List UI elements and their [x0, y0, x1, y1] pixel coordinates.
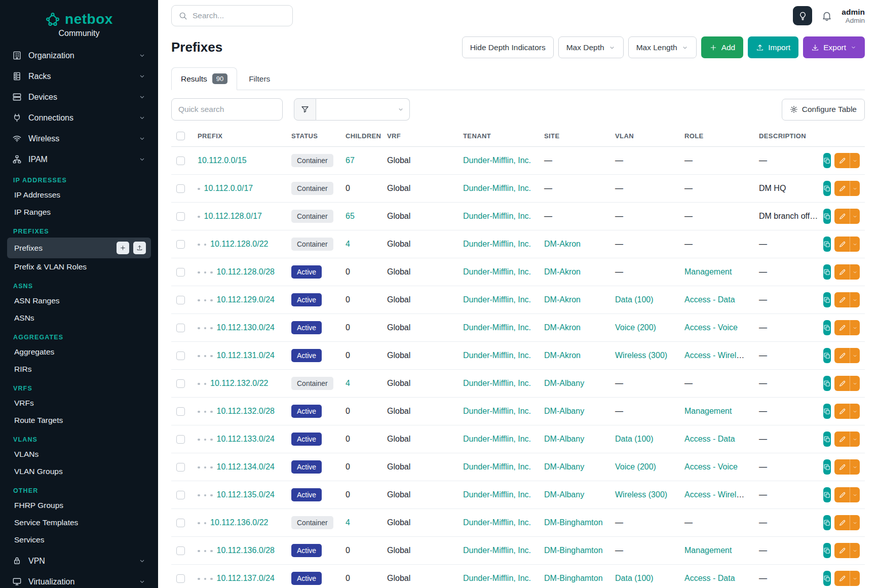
edit-dropdown-toggle[interactable]	[850, 543, 860, 558]
column-header-vrf[interactable]: VRF	[382, 127, 458, 147]
copy-button[interactable]	[823, 487, 831, 502]
edit-button[interactable]	[834, 320, 850, 335]
sidebar-item-prefixes[interactable]: Prefixes	[7, 238, 151, 258]
sidebar-item-fhrp-groups[interactable]: FHRP Groups	[7, 497, 151, 514]
tenant-link[interactable]: Dunder-Mifflin, Inc.	[463, 295, 531, 304]
site-link[interactable]: DM-Albany	[544, 379, 584, 387]
sidebar-item-services[interactable]: Services	[7, 531, 151, 548]
column-header-vlan[interactable]: VLAN	[610, 127, 679, 147]
copy-button[interactable]	[823, 320, 831, 335]
edit-dropdown-toggle[interactable]	[850, 209, 860, 224]
role-link[interactable]: Management	[684, 546, 732, 555]
column-header-description[interactable]: DESCRIPTION	[754, 127, 823, 147]
sidebar-item-rirs[interactable]: RIRs	[7, 361, 151, 378]
prefix-link[interactable]: 10.112.134.0/24	[217, 462, 275, 471]
copy-button[interactable]	[823, 181, 831, 196]
prefix-link[interactable]: 10.112.137.0/24	[217, 574, 275, 582]
prefix-link[interactable]: 10.112.132.0/28	[217, 407, 275, 415]
tenant-link[interactable]: Dunder-Mifflin, Inc.	[463, 518, 531, 527]
copy-button[interactable]	[823, 348, 831, 363]
tenant-link[interactable]: Dunder-Mifflin, Inc.	[463, 379, 531, 387]
brand[interactable]: netbox Community	[7, 5, 151, 45]
site-link[interactable]: DM-Akron	[544, 351, 581, 360]
prefix-link[interactable]: 10.112.0.0/17	[204, 184, 253, 192]
edit-button[interactable]	[834, 209, 850, 224]
site-link[interactable]: DM-Albany	[544, 407, 584, 415]
bell-icon[interactable]	[821, 10, 832, 21]
tenant-link[interactable]: Dunder-Mifflin, Inc.	[463, 546, 531, 555]
copy-button[interactable]	[823, 237, 831, 252]
vlan-link[interactable]: Voice (200)	[615, 462, 656, 471]
edit-dropdown-toggle[interactable]	[850, 292, 860, 307]
edit-button[interactable]	[834, 487, 850, 502]
edit-dropdown-toggle[interactable]	[850, 320, 860, 335]
max-length-dropdown[interactable]: Max Length	[628, 36, 697, 58]
prefix-link[interactable]: 10.112.128.0/17	[204, 212, 262, 220]
site-link[interactable]: DM-Binghamton	[544, 518, 603, 527]
sidebar-item-route-targets[interactable]: Route Targets	[7, 412, 151, 429]
role-link[interactable]: Access - Wireless	[684, 351, 749, 360]
column-header-role[interactable]: ROLE	[679, 127, 754, 147]
sidebar-item-ip-addresses[interactable]: IP Addresses	[7, 186, 151, 204]
configure-table-button[interactable]: Configure Table	[782, 99, 865, 121]
edit-button[interactable]	[834, 571, 850, 586]
copy-button[interactable]	[823, 264, 831, 280]
edit-button[interactable]	[834, 237, 850, 252]
prefix-link[interactable]: 10.112.132.0/22	[210, 379, 268, 387]
prefix-link[interactable]: 10.112.136.0/28	[217, 546, 275, 555]
vlan-link[interactable]: Voice (200)	[615, 323, 656, 332]
column-header-tenant[interactable]: TENANT	[458, 127, 539, 147]
role-link[interactable]: Access - Data	[684, 574, 735, 582]
tenant-link[interactable]: Dunder-Mifflin, Inc.	[463, 323, 531, 332]
sidebar-item-devices[interactable]: Devices	[7, 87, 151, 107]
sidebar-item-ip-ranges[interactable]: IP Ranges	[7, 204, 151, 221]
site-link[interactable]: DM-Albany	[544, 462, 584, 471]
filter-button[interactable]	[294, 98, 316, 121]
tenant-link[interactable]: Dunder-Mifflin, Inc.	[463, 156, 531, 165]
hide-depth-indicators-button[interactable]: Hide Depth Indicators	[462, 36, 554, 58]
sidebar-item-aggregates[interactable]: Aggregates	[7, 343, 151, 361]
edit-button[interactable]	[834, 348, 850, 363]
site-link[interactable]: DM-Akron	[544, 295, 581, 304]
sidebar-item-asns[interactable]: ASNs	[7, 309, 151, 327]
column-header-children[interactable]: CHILDREN	[340, 127, 382, 147]
global-search-input[interactable]	[193, 11, 286, 20]
site-link[interactable]: DM-Binghamton	[544, 546, 603, 555]
edit-dropdown-toggle[interactable]	[850, 432, 860, 447]
row-checkbox[interactable]	[176, 519, 185, 527]
edit-dropdown-toggle[interactable]	[850, 153, 860, 168]
edit-button[interactable]	[834, 181, 850, 196]
copy-button[interactable]	[823, 209, 831, 224]
row-checkbox[interactable]	[176, 407, 185, 416]
vlan-link[interactable]: Wireless (300)	[615, 351, 667, 360]
vlan-link[interactable]: Data (100)	[615, 295, 654, 304]
children-link[interactable]: 4	[346, 518, 350, 527]
edit-button[interactable]	[834, 432, 850, 447]
sidebar-item-asn-ranges[interactable]: ASN Ranges	[7, 292, 151, 309]
saved-filter-select[interactable]	[316, 98, 410, 121]
copy-button[interactable]	[823, 543, 831, 558]
prefix-link[interactable]: 10.112.130.0/24	[217, 323, 275, 332]
copy-button[interactable]	[823, 404, 831, 419]
user-menu[interactable]: admin Admin	[842, 8, 865, 24]
row-checkbox[interactable]	[176, 156, 185, 165]
column-header-status[interactable]: STATUS	[286, 127, 340, 147]
edit-button[interactable]	[834, 404, 850, 419]
vlan-link[interactable]: Wireless (300)	[615, 490, 667, 499]
vlan-link[interactable]: Data (100)	[615, 435, 654, 443]
tenant-link[interactable]: Dunder-Mifflin, Inc.	[463, 212, 531, 220]
row-checkbox[interactable]	[176, 351, 185, 360]
prefix-link[interactable]: 10.112.133.0/24	[217, 435, 275, 443]
edit-button[interactable]	[834, 515, 850, 530]
max-depth-dropdown[interactable]: Max Depth	[558, 36, 624, 58]
site-link[interactable]: DM-Akron	[544, 323, 581, 332]
copy-button[interactable]	[823, 153, 831, 168]
prefix-link[interactable]: 10.112.128.0/28	[217, 267, 275, 276]
sidebar-item-racks[interactable]: Racks	[7, 66, 151, 87]
role-link[interactable]: Management	[684, 267, 732, 276]
copy-button[interactable]	[823, 459, 831, 475]
role-link[interactable]: Access - Voice	[684, 323, 738, 332]
role-link[interactable]: Access - Data	[684, 295, 735, 304]
edit-dropdown-toggle[interactable]	[850, 264, 860, 280]
site-link[interactable]: DM-Akron	[544, 267, 581, 276]
